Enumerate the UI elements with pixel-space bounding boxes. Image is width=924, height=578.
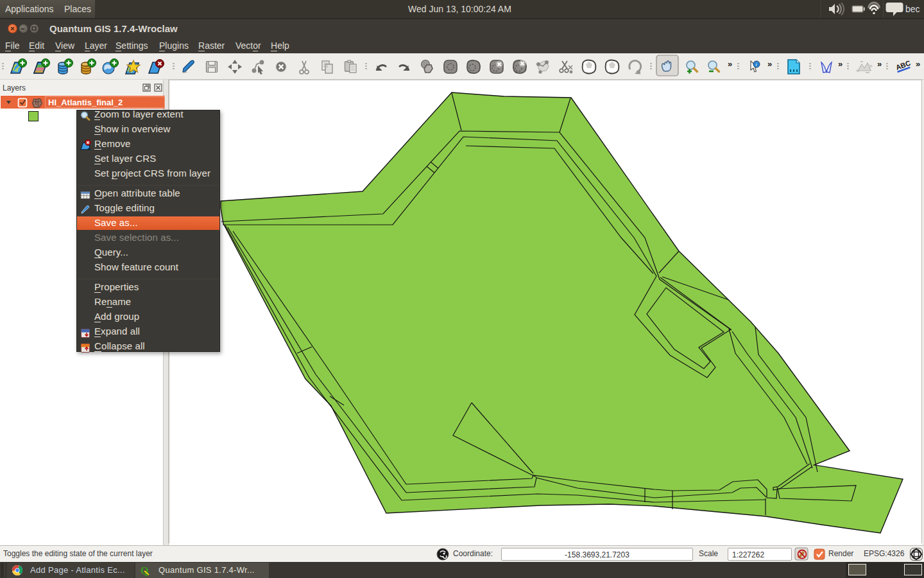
svg-text:i: i xyxy=(755,62,757,67)
svg-text:Q: Q xyxy=(141,565,148,576)
